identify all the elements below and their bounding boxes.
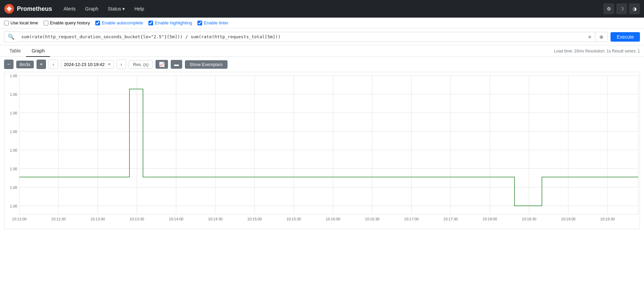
enable-highlighting-checkbox[interactable] xyxy=(148,21,153,25)
datetime-field[interactable]: 2024-12-23 10:19:42 ✕ xyxy=(61,60,114,69)
datetime-value: 2024-12-23 10:19:42 xyxy=(64,62,105,67)
search-icon-wrap: 🔍 xyxy=(4,31,18,42)
chart-svg-wrapper: 1.00 1.00 1.00 1.00 1.00 1.00 1.00 1.00 xyxy=(4,72,640,229)
chart-area: 1.00 1.00 1.00 1.00 1.00 1.00 1.00 1.00 xyxy=(0,72,644,233)
svg-text:10:12:00: 10:12:00 xyxy=(12,217,27,221)
svg-text:10:19:00: 10:19:00 xyxy=(561,217,576,221)
metric-explorer-button[interactable]: ⊕ xyxy=(595,32,607,42)
svg-text:1.00: 1.00 xyxy=(10,148,17,152)
svg-text:10:15:00: 10:15:00 xyxy=(247,217,262,221)
prev-time-button[interactable]: ‹ xyxy=(49,60,58,69)
use-local-time-checkbox[interactable] xyxy=(4,21,9,25)
svg-text:10:17:00: 10:17:00 xyxy=(404,217,419,221)
line-chart-button[interactable]: 📈 xyxy=(156,60,168,69)
svg-text:10:18:30: 10:18:30 xyxy=(522,217,536,221)
svg-text:10:14:00: 10:14:00 xyxy=(169,217,184,221)
zoom-out-button[interactable]: − xyxy=(4,60,14,69)
svg-text:1.00: 1.00 xyxy=(10,130,17,134)
enable-linter-label[interactable]: Enable linter xyxy=(197,20,228,25)
datetime-clear-button[interactable]: ✕ xyxy=(108,62,111,67)
svg-rect-6 xyxy=(4,72,639,221)
settings-button[interactable]: ⚙ xyxy=(603,3,614,14)
time-range[interactable]: 8m3s xyxy=(16,61,34,68)
next-time-button[interactable]: › xyxy=(117,60,126,69)
svg-text:10:12:30: 10:12:30 xyxy=(51,217,66,221)
nav-links: Alerts Graph Status ▾ Help xyxy=(60,4,147,14)
tab-graph[interactable]: Graph xyxy=(26,45,50,57)
svg-text:1.00: 1.00 xyxy=(10,111,17,115)
nav-help[interactable]: Help xyxy=(131,4,147,14)
svg-text:1.00: 1.00 xyxy=(10,185,17,190)
format-button[interactable]: ≡ xyxy=(584,32,595,42)
zoom-in-button[interactable]: + xyxy=(37,60,46,69)
load-info: Load time: 16ms Resolution: 1s Result se… xyxy=(554,49,640,53)
nav-status[interactable]: Status ▾ xyxy=(104,4,128,14)
svg-text:10:17:30: 10:17:30 xyxy=(444,217,458,221)
query-input[interactable] xyxy=(18,32,584,42)
line-chart-icon: 📈 xyxy=(159,62,165,67)
svg-rect-5 xyxy=(11,8,13,9)
enable-highlighting-label[interactable]: Enable highlighting xyxy=(148,20,192,25)
query-bar: 🔍 ≡ ⊕ Execute xyxy=(0,28,644,45)
graph-controls: − 8m3s + ‹ 2024-12-23 10:19:42 ✕ › Res. … xyxy=(0,57,644,72)
resolution-button[interactable]: Res. (s) xyxy=(129,60,153,69)
enable-linter-checkbox[interactable] xyxy=(197,21,202,25)
svg-text:10:15:30: 10:15:30 xyxy=(287,217,301,221)
brand[interactable]: Prometheus xyxy=(4,4,52,14)
svg-text:10:18:00: 10:18:00 xyxy=(483,217,497,221)
svg-text:10:16:30: 10:16:30 xyxy=(365,217,380,221)
svg-rect-2 xyxy=(9,6,9,7)
toolbar: Use local time Enable query history Enab… xyxy=(0,18,644,28)
nav-alerts[interactable]: Alerts xyxy=(60,4,79,14)
enable-autocomplete-label[interactable]: Enable autocomplete xyxy=(95,20,143,25)
bar-chart-button[interactable]: ▬ xyxy=(171,60,182,69)
chart-svg: 1.00 1.00 1.00 1.00 1.00 1.00 1.00 1.00 xyxy=(4,72,639,228)
enable-query-history-checkbox[interactable] xyxy=(44,21,48,25)
prometheus-logo xyxy=(4,4,14,14)
svg-rect-4 xyxy=(6,8,8,9)
svg-text:10:13:00: 10:13:00 xyxy=(91,217,105,221)
format-icon: ≡ xyxy=(588,34,591,40)
tabs-row: Table Graph Load time: 16ms Resolution: … xyxy=(0,45,644,57)
search-icon: 🔍 xyxy=(8,34,15,40)
contrast-button[interactable]: ◑ xyxy=(629,3,640,14)
svg-text:10:13:30: 10:13:30 xyxy=(130,217,144,221)
bar-chart-icon: ▬ xyxy=(174,62,179,67)
enable-query-history-label[interactable]: Enable query history xyxy=(44,20,90,25)
dropdown-arrow-icon: ▾ xyxy=(122,6,125,12)
tab-table[interactable]: Table xyxy=(4,45,26,57)
svg-text:1.00: 1.00 xyxy=(10,167,17,171)
show-exemplars-button[interactable]: Show Exemplars xyxy=(185,60,228,69)
svg-text:1.00: 1.00 xyxy=(10,74,17,78)
svg-rect-3 xyxy=(9,10,9,12)
navbar-right: ⚙ ☽ ◑ xyxy=(603,3,640,14)
theme-button[interactable]: ☽ xyxy=(616,3,627,14)
query-actions: ≡ ⊕ xyxy=(584,32,608,42)
nav-graph[interactable]: Graph xyxy=(82,4,102,14)
navbar: Prometheus Alerts Graph Status ▾ Help ⚙ … xyxy=(0,0,644,18)
svg-point-1 xyxy=(7,7,11,11)
enable-autocomplete-checkbox[interactable] xyxy=(95,21,100,25)
svg-text:10:19:30: 10:19:30 xyxy=(600,217,615,221)
execute-button[interactable]: Execute xyxy=(611,32,640,42)
svg-text:10:14:30: 10:14:30 xyxy=(208,217,223,221)
metric-explorer-icon: ⊕ xyxy=(599,34,603,40)
svg-text:1.00: 1.00 xyxy=(10,204,17,208)
svg-text:1.00: 1.00 xyxy=(10,92,17,96)
svg-text:10:16:00: 10:16:00 xyxy=(326,217,340,221)
use-local-time-label[interactable]: Use local time xyxy=(4,20,38,25)
